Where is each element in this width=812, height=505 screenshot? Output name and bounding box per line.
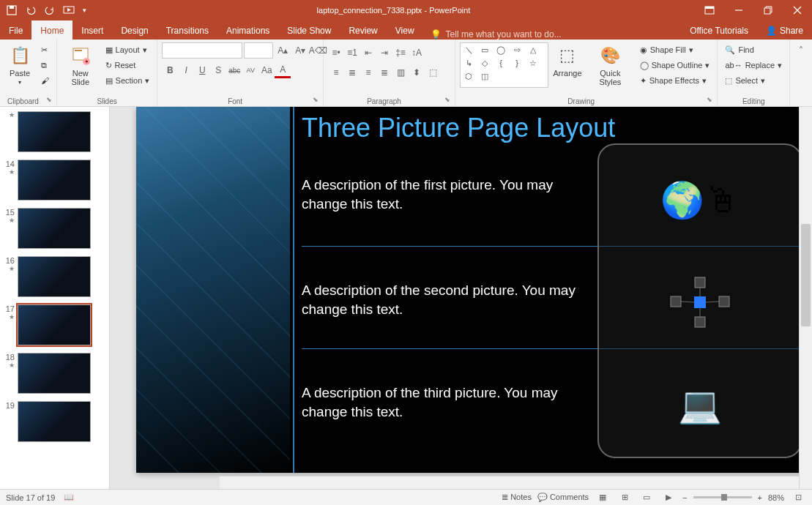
change-case-button[interactable]: Aa (258, 62, 275, 78)
ribbon-display-options-button[interactable] (695, 0, 724, 20)
tab-home[interactable]: Home (31, 20, 72, 40)
restore-button[interactable] (753, 0, 783, 20)
zoom-out-button[interactable]: − (682, 493, 687, 502)
underline-button[interactable]: U (194, 62, 210, 78)
slide-desc-2[interactable]: A description of the second picture. You… (302, 281, 595, 318)
smartart-button[interactable]: ⬚ (425, 64, 441, 81)
picture-1[interactable]: 🌍🖱 (606, 152, 794, 247)
drawing-launcher[interactable]: ⬊ (702, 96, 712, 106)
horizontal-scrollbar[interactable] (220, 476, 799, 489)
font-family-select[interactable] (162, 42, 242, 59)
align-right-button[interactable]: ≡ (360, 64, 376, 81)
font-color-button[interactable]: A (275, 62, 291, 78)
picture-2[interactable] (606, 255, 794, 350)
align-center-button[interactable]: ≣ (344, 64, 360, 81)
shape-effects-button[interactable]: ✦Shape Effects ▾ (637, 73, 713, 88)
section-button[interactable]: ▤Section ▾ (103, 73, 153, 88)
strikethrough-button[interactable]: abc (226, 62, 242, 78)
sorter-view-button[interactable]: ⊞ (617, 491, 633, 504)
zoom-percent[interactable]: 88% (768, 493, 784, 502)
scrollbar-thumb[interactable] (801, 224, 811, 326)
layout-button[interactable]: ▦Layout ▾ (103, 42, 153, 57)
reading-view-button[interactable]: ▭ (638, 491, 655, 504)
justify-button[interactable]: ≣ (376, 64, 392, 81)
clipboard-launcher[interactable]: ⬊ (42, 96, 52, 106)
picture-3[interactable]: 💻 (606, 357, 794, 452)
tab-animations[interactable]: Animations (217, 20, 278, 40)
slide-counter[interactable]: Slide 17 of 19 (6, 493, 55, 502)
slide-thumbnail[interactable]: 17★ (0, 303, 109, 351)
find-button[interactable]: 🔍Find (722, 42, 785, 57)
share-button[interactable]: 👤Share (757, 20, 812, 40)
paste-button[interactable]: 📋 Paste ▾ (4, 42, 35, 87)
zoom-slider[interactable] (693, 496, 752, 498)
slide-thumbnails-panel[interactable]: ★14★15★16★17★18★19 (0, 107, 110, 489)
char-spacing-button[interactable]: AV (242, 62, 258, 78)
collapse-ribbon-button[interactable]: ˄ (793, 42, 809, 59)
align-text-button[interactable]: ⬍ (409, 64, 425, 81)
tab-file[interactable]: File (0, 20, 31, 40)
copy-button[interactable]: ⧉ (38, 58, 52, 72)
tab-slideshow[interactable]: Slide Show (278, 20, 340, 40)
slide-thumbnail[interactable]: ★ (0, 110, 109, 158)
slideshow-view-button[interactable]: ▶ (660, 491, 677, 504)
save-button[interactable] (3, 0, 21, 20)
cut-button[interactable]: ✂ (38, 42, 52, 57)
slide-thumbnail[interactable]: 14★ (0, 158, 109, 206)
increase-font-button[interactable]: A▴ (275, 42, 291, 59)
decrease-indent-button[interactable]: ⇤ (360, 45, 376, 61)
shadow-button[interactable]: S (210, 62, 226, 78)
line-spacing-button[interactable]: ‡≡ (392, 45, 409, 61)
shape-fill-button[interactable]: ◉Shape Fill ▾ (637, 42, 713, 57)
slide-thumbnail[interactable]: 15★ (0, 206, 109, 255)
italic-button[interactable]: I (178, 62, 194, 78)
paragraph-launcher[interactable]: ⬊ (440, 96, 450, 106)
font-launcher[interactable]: ⬊ (308, 96, 319, 106)
slide-desc-1[interactable]: A description of the first picture. You … (302, 176, 595, 213)
slide-canvas[interactable]: Three Picture Page Layout A description … (136, 107, 812, 473)
office-tutorials-button[interactable]: Office Tutorials (681, 20, 757, 40)
comments-button[interactable]: 💬Comments (537, 493, 589, 502)
slide-thumbnail[interactable]: 16★ (0, 255, 109, 303)
quick-styles-button[interactable]: 🎨 Quick Styles (586, 42, 634, 88)
spell-check-icon[interactable]: 📖 (64, 493, 74, 502)
new-slide-button[interactable]: ✶ New Slide (62, 42, 100, 88)
tab-design[interactable]: Design (112, 20, 157, 40)
shape-outline-button[interactable]: ◯Shape Outline ▾ (637, 58, 713, 72)
bold-button[interactable]: B (162, 62, 178, 78)
columns-button[interactable]: ▥ (392, 64, 409, 81)
increase-indent-button[interactable]: ⇥ (376, 45, 392, 61)
tab-insert[interactable]: Insert (72, 20, 112, 40)
tell-me-search[interactable]: 💡 Tell me what you want to do... (423, 29, 682, 40)
reset-button[interactable]: ↻Reset (103, 58, 153, 72)
close-button[interactable] (783, 0, 812, 20)
minimize-button[interactable] (724, 0, 753, 20)
qat-customize-button[interactable]: ▾ (79, 0, 89, 20)
undo-button[interactable] (22, 0, 40, 20)
slide-desc-3[interactable]: A description of the third picture. You … (302, 384, 595, 421)
tab-review[interactable]: Review (340, 20, 386, 40)
text-direction-button[interactable]: ↕A (409, 45, 425, 61)
slide-thumbnail[interactable]: 18★ (0, 351, 109, 400)
vertical-scrollbar[interactable] (799, 107, 812, 489)
decrease-font-button[interactable]: A▾ (292, 42, 308, 59)
tab-view[interactable]: View (387, 20, 423, 40)
redo-button[interactable] (41, 0, 59, 20)
arrange-button[interactable]: ⬚ Arrange (551, 42, 584, 79)
tab-transitions[interactable]: Transitions (157, 20, 217, 40)
bullets-button[interactable]: ≡• (328, 45, 344, 61)
format-painter-button[interactable]: 🖌 (38, 73, 52, 88)
select-button[interactable]: ⬚Select ▾ (722, 73, 785, 88)
start-slideshow-button[interactable] (60, 0, 78, 20)
slide-thumbnail[interactable]: 19 (0, 400, 109, 448)
slide-title-text[interactable]: Three Picture Page Layout (302, 113, 615, 143)
numbering-button[interactable]: ≡1 (344, 45, 360, 61)
zoom-in-button[interactable]: + (758, 493, 762, 502)
notes-button[interactable]: ≣Notes (502, 493, 532, 502)
shapes-gallery[interactable]: ＼ ▭ ◯ ⇨ △ ↳ ◇ { } ☆ ⬡ ◫ (460, 42, 548, 88)
replace-button[interactable]: ab↔Replace ▾ (722, 58, 785, 72)
normal-view-button[interactable]: ▦ (595, 491, 611, 504)
align-left-button[interactable]: ≡ (328, 64, 344, 81)
fit-to-window-button[interactable]: ⊡ (790, 491, 806, 504)
slide-edit-area[interactable]: Three Picture Page Layout A description … (110, 107, 812, 489)
